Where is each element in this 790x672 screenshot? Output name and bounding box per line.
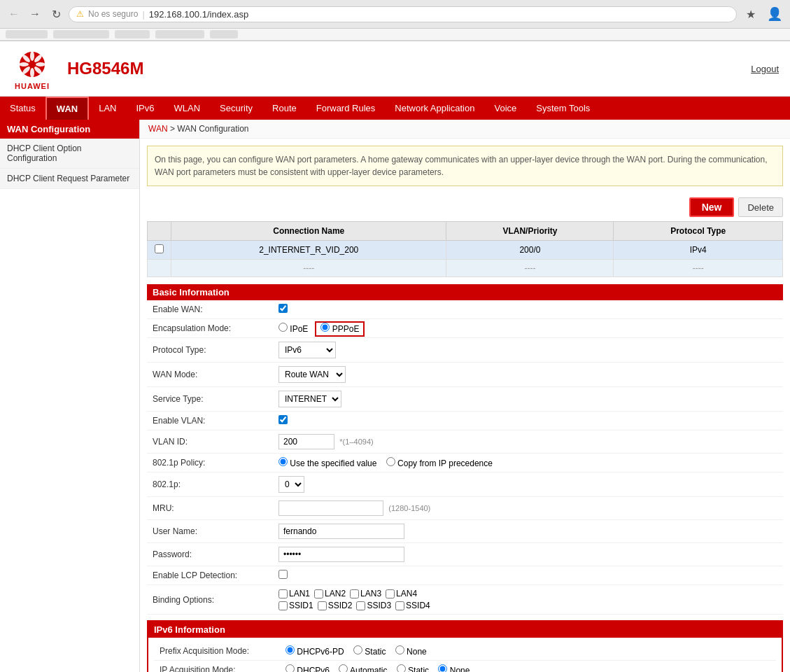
sidebar-header: WAN Configuration bbox=[0, 120, 139, 139]
bookmark-item[interactable] bbox=[115, 30, 150, 38]
prefix-dhcpv6pd-radio[interactable] bbox=[285, 645, 295, 654]
nav-system-tools[interactable]: System Tools bbox=[526, 97, 600, 120]
binding-ssid1-checkbox[interactable] bbox=[278, 601, 288, 610]
ip-automatic-label[interactable]: Automatic bbox=[339, 666, 387, 672]
prefix-static-radio[interactable] bbox=[353, 645, 362, 654]
ip-dhcpv6-label[interactable]: DHCPv6 bbox=[285, 666, 330, 672]
logout-button[interactable]: Logout bbox=[751, 64, 779, 74]
nav-security[interactable]: Security bbox=[210, 97, 262, 120]
dot1p-label: 802.1p: bbox=[147, 472, 273, 497]
logo-container: HUAWEI bbox=[11, 47, 53, 90]
encap-mode-row: Encapsulation Mode: IPoE PPPoE bbox=[147, 319, 783, 338]
encap-ipoe-radio[interactable] bbox=[278, 323, 288, 332]
ip-static-radio[interactable] bbox=[397, 664, 406, 672]
enable-wan-label: Enable WAN: bbox=[147, 300, 273, 319]
service-type-select[interactable]: INTERNET OTHER bbox=[278, 391, 341, 407]
new-button[interactable]: New bbox=[689, 197, 735, 217]
forward-button[interactable]: → bbox=[27, 6, 43, 22]
ip-automatic-radio[interactable] bbox=[339, 664, 348, 672]
binding-lan2[interactable]: LAN2 bbox=[314, 589, 346, 598]
col-protocol-type: Protocol Type bbox=[614, 222, 783, 241]
binding-lan3-checkbox[interactable] bbox=[350, 589, 359, 598]
wan-mode-label: WAN Mode: bbox=[147, 363, 273, 387]
password-input[interactable] bbox=[278, 547, 404, 562]
sidebar-item-dhcp-request[interactable]: DHCP Client Request Parameter bbox=[0, 169, 139, 189]
encap-ipoe-label[interactable]: IPoE bbox=[278, 324, 308, 334]
ip-static-label[interactable]: Static bbox=[397, 666, 429, 672]
wan-mode-select[interactable]: Route WAN Bridge WAN bbox=[278, 366, 346, 383]
encap-pppoe-label[interactable]: PPPoE bbox=[315, 321, 365, 337]
binding-ssid3[interactable]: SSID3 bbox=[356, 601, 391, 610]
url-text: 192.168.100.1/index.asp bbox=[149, 9, 729, 20]
nav-wlan[interactable]: WLAN bbox=[164, 97, 211, 120]
enable-vlan-checkbox[interactable] bbox=[278, 415, 288, 424]
prefix-none-radio[interactable] bbox=[395, 645, 404, 654]
nav-wan[interactable]: WAN bbox=[45, 97, 89, 120]
binding-ssid1[interactable]: SSID1 bbox=[278, 601, 313, 610]
binding-lan3[interactable]: LAN3 bbox=[350, 589, 381, 598]
enable-lcp-checkbox[interactable] bbox=[278, 570, 288, 579]
binding-lan2-checkbox[interactable] bbox=[314, 589, 323, 598]
bookmark-item[interactable] bbox=[53, 30, 109, 38]
ip-none-radio[interactable] bbox=[438, 664, 447, 672]
binding-lan1[interactable]: LAN1 bbox=[278, 589, 310, 598]
profile-button[interactable]: 👤 bbox=[765, 4, 784, 24]
delete-button[interactable]: Delete bbox=[738, 197, 783, 217]
sidebar: WAN Configuration DHCP Client Option Con… bbox=[0, 120, 140, 672]
encap-value: IPoE PPPoE bbox=[273, 319, 783, 338]
prefix-acq-label: Prefix Acquisition Mode: bbox=[154, 642, 280, 661]
wan-mode-value: Route WAN Bridge WAN bbox=[273, 363, 783, 387]
enable-wan-checkbox[interactable] bbox=[278, 304, 288, 313]
prefix-dhcpv6pd-label[interactable]: DHCPv6-PD bbox=[285, 647, 344, 657]
bookmark-item[interactable] bbox=[210, 30, 238, 38]
bookmark-star-button[interactable]: ★ bbox=[741, 4, 761, 24]
binding-ssid2[interactable]: SSID2 bbox=[318, 601, 353, 610]
huawei-logo bbox=[11, 47, 53, 82]
row-checkbox[interactable] bbox=[155, 244, 164, 253]
svg-point-3 bbox=[36, 62, 45, 66]
nav-forward-rules[interactable]: Forward Rules bbox=[306, 97, 386, 120]
prefix-none-label[interactable]: None bbox=[395, 647, 427, 657]
protocol-select[interactable]: IPv4 IPv6 IPv4/IPv6 bbox=[278, 342, 336, 358]
binding-ssid4[interactable]: SSID4 bbox=[395, 601, 430, 610]
binding-ssid2-checkbox[interactable] bbox=[318, 601, 327, 610]
binding-ssid3-checkbox[interactable] bbox=[356, 601, 365, 610]
vlan-id-row: VLAN ID: *(1–4094) bbox=[147, 430, 783, 454]
ip-none-label[interactable]: None bbox=[438, 666, 470, 672]
nav-status[interactable]: Status bbox=[0, 97, 45, 120]
logo-text: HUAWEI bbox=[15, 82, 50, 90]
nav-lan[interactable]: LAN bbox=[89, 97, 126, 120]
ip-dhcpv6-radio[interactable] bbox=[285, 664, 295, 672]
binding-ssid4-checkbox[interactable] bbox=[395, 601, 404, 610]
binding-lan4-checkbox[interactable] bbox=[386, 589, 395, 598]
app-header: HUAWEI HG8546M Logout bbox=[0, 41, 790, 97]
vlan-id-input[interactable] bbox=[278, 434, 334, 449]
policy-specified-radio[interactable] bbox=[278, 457, 288, 466]
mru-input[interactable] bbox=[278, 500, 383, 516]
username-input[interactable] bbox=[278, 524, 404, 539]
nav-ipv6[interactable]: IPv6 bbox=[127, 97, 164, 120]
bookmark-item[interactable] bbox=[155, 30, 204, 38]
bookmark-item[interactable] bbox=[6, 30, 48, 38]
address-bar[interactable]: ⚠ No es seguro | 192.168.100.1/index.asp bbox=[69, 6, 737, 22]
nav-network-application[interactable]: Network Application bbox=[385, 97, 484, 120]
policy-copy-label[interactable]: Copy from IP precedence bbox=[386, 458, 493, 468]
binding-lan4[interactable]: LAN4 bbox=[386, 589, 417, 598]
nav-voice[interactable]: Voice bbox=[484, 97, 526, 120]
back-button[interactable]: ← bbox=[6, 6, 22, 22]
breadcrumb-parent[interactable]: WAN bbox=[148, 124, 168, 134]
nav-route[interactable]: Route bbox=[262, 97, 306, 120]
username-row: User Name: bbox=[147, 520, 783, 543]
policy-copy-radio[interactable] bbox=[386, 457, 395, 466]
enable-lcp-label: Enable LCP Detection: bbox=[147, 566, 273, 585]
policy-value: Use the specified value Copy from IP pre… bbox=[273, 454, 783, 472]
reload-button[interactable]: ↻ bbox=[48, 6, 64, 22]
sidebar-item-dhcp-option[interactable]: DHCP Client Option Configuration bbox=[0, 139, 139, 169]
prefix-static-label[interactable]: Static bbox=[353, 647, 386, 657]
table-row-empty: ---- ---- ---- bbox=[148, 260, 783, 277]
encap-pppoe-radio[interactable] bbox=[320, 323, 330, 332]
policy-specified-label[interactable]: Use the specified value bbox=[278, 458, 376, 468]
bookmarks-bar bbox=[0, 29, 790, 41]
binding-lan1-checkbox[interactable] bbox=[278, 589, 288, 598]
dot1p-select[interactable]: 0 1 2 3 4 5 6 7 bbox=[278, 476, 304, 493]
